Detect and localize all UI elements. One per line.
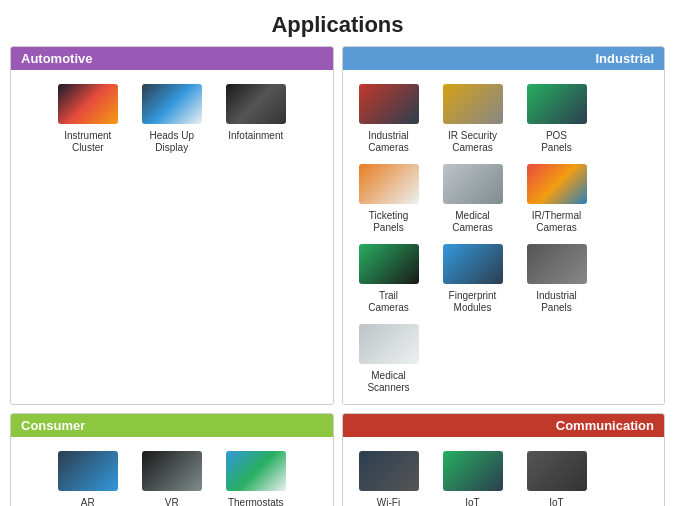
item-label-industrial-panels: Industrial Panels <box>536 290 577 314</box>
item-label-thermostats: Thermostats <box>228 497 284 506</box>
item-icon-iot-gateways <box>525 449 589 493</box>
item-icon-pos-panels <box>525 82 589 126</box>
item-label-pos-panels: POS Panels <box>541 130 572 154</box>
item-icon-iot-modules <box>441 449 505 493</box>
item-icon-trail-cameras <box>357 242 421 286</box>
item-label-industrial-cameras: Industrial Cameras <box>368 130 409 154</box>
item-label-ar-headsets: AR headsets <box>67 497 108 506</box>
item-label-vr-headsets: VR headsets <box>151 497 192 506</box>
item-icon-medical-scanners <box>357 322 421 366</box>
item-icon-wifi-extenders <box>357 449 421 493</box>
item-fingerprint-modules: Fingerprint Modules <box>433 242 513 314</box>
consumer-header: Consumer <box>11 414 333 437</box>
item-label-instrument-cluster: Instrument Cluster <box>64 130 111 154</box>
item-label-ir-security-cameras: IR Security Cameras <box>448 130 497 154</box>
item-medical-scanners: Medical Scanners <box>349 322 429 394</box>
automotive-body: Instrument ClusterHeads Up DisplayInfota… <box>11 70 333 170</box>
item-ir-thermal-cameras: IR/Thermal Cameras <box>517 162 597 234</box>
page-title: Applications <box>0 0 675 46</box>
item-heads-up-display: Heads Up Display <box>132 82 212 154</box>
consumer-body: AR headsetsVR headsetsThermostatsWearabl… <box>11 437 333 506</box>
industrial-body: Industrial CamerasIR Security CamerasPOS… <box>343 70 665 404</box>
item-icon-ir-thermal-cameras <box>525 162 589 206</box>
item-trail-cameras: Trail Cameras <box>349 242 429 314</box>
item-icon-infotainment <box>224 82 288 126</box>
item-ir-security-cameras: IR Security Cameras <box>433 82 513 154</box>
item-label-trail-cameras: Trail Cameras <box>368 290 409 314</box>
automotive-panel: Automotive Instrument ClusterHeads Up Di… <box>10 46 334 405</box>
item-label-heads-up-display: Heads Up Display <box>150 130 194 154</box>
item-medical-cameras: Medical Cameras <box>433 162 513 234</box>
communication-panel: Communication Wi-Fi extendersIoT Modules… <box>342 413 666 506</box>
item-ar-headsets: AR headsets <box>48 449 128 506</box>
industrial-panel: Industrial Industrial CamerasIR Security… <box>342 46 666 405</box>
item-industrial-panels: Industrial Panels <box>517 242 597 314</box>
item-instrument-cluster: Instrument Cluster <box>48 82 128 154</box>
item-icon-medical-cameras <box>441 162 505 206</box>
item-icon-fingerprint-modules <box>441 242 505 286</box>
item-pos-panels: POS Panels <box>517 82 597 154</box>
item-icon-thermostats <box>224 449 288 493</box>
item-label-iot-modules: IoT Modules <box>454 497 492 506</box>
item-icon-heads-up-display <box>140 82 204 126</box>
item-iot-modules: IoT Modules <box>433 449 513 506</box>
communication-header: Communication <box>343 414 665 437</box>
main-grid: Automotive Instrument ClusterHeads Up Di… <box>0 46 675 506</box>
item-thermostats: Thermostats <box>216 449 296 506</box>
item-label-medical-scanners: Medical Scanners <box>367 370 409 394</box>
industrial-header: Industrial <box>343 47 665 70</box>
consumer-panel: Consumer AR headsetsVR headsetsThermosta… <box>10 413 334 506</box>
item-label-wifi-extenders: Wi-Fi extenders <box>367 497 411 506</box>
item-icon-industrial-cameras <box>357 82 421 126</box>
item-vr-headsets: VR headsets <box>132 449 212 506</box>
item-industrial-cameras: Industrial Cameras <box>349 82 429 154</box>
automotive-header: Automotive <box>11 47 333 70</box>
item-icon-ar-headsets <box>56 449 120 493</box>
item-label-iot-gateways: IoT Gateways <box>534 497 578 506</box>
item-icon-ticketing-panels <box>357 162 421 206</box>
item-label-ir-thermal-cameras: IR/Thermal Cameras <box>532 210 581 234</box>
item-ticketing-panels: Ticketing Panels <box>349 162 429 234</box>
item-label-ticketing-panels: Ticketing Panels <box>369 210 409 234</box>
item-iot-gateways: IoT Gateways <box>517 449 597 506</box>
item-label-medical-cameras: Medical Cameras <box>452 210 493 234</box>
item-label-infotainment: Infotainment <box>228 130 283 142</box>
item-icon-instrument-cluster <box>56 82 120 126</box>
item-infotainment: Infotainment <box>216 82 296 142</box>
item-wifi-extenders: Wi-Fi extenders <box>349 449 429 506</box>
communication-body: Wi-Fi extendersIoT ModulesIoT Gateways2-… <box>343 437 665 506</box>
item-icon-industrial-panels <box>525 242 589 286</box>
item-icon-vr-headsets <box>140 449 204 493</box>
item-icon-ir-security-cameras <box>441 82 505 126</box>
item-label-fingerprint-modules: Fingerprint Modules <box>449 290 497 314</box>
